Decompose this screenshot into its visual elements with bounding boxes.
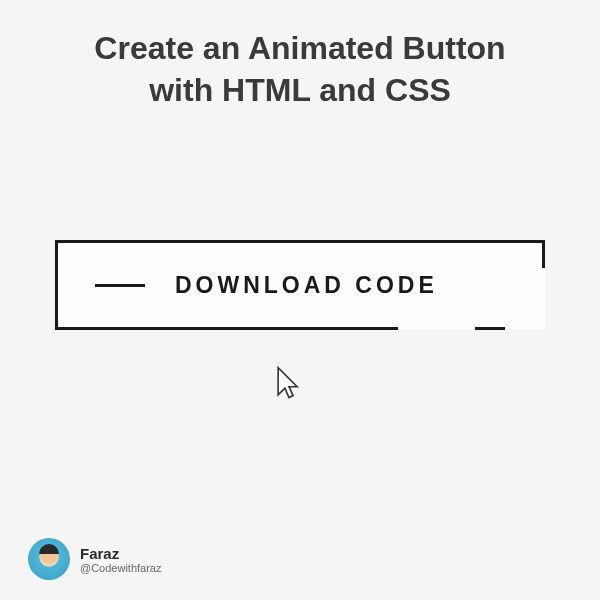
footer-text: Faraz @Codewithfaraz <box>80 545 161 574</box>
border-dash <box>475 327 505 330</box>
download-button[interactable]: DOWNLOAD CODE <box>55 240 545 330</box>
button-label: DOWNLOAD CODE <box>175 272 438 299</box>
border-left <box>55 240 58 330</box>
dash-icon <box>95 284 145 287</box>
author-handle: @Codewithfaraz <box>80 562 161 574</box>
title-line-1: Create an Animated Button <box>0 28 600 70</box>
author-name: Faraz <box>80 545 161 562</box>
title-line-2: with HTML and CSS <box>0 70 600 112</box>
footer: Faraz @Codewithfaraz <box>28 538 161 580</box>
border-right-segment <box>542 240 545 268</box>
border-bottom <box>55 327 398 330</box>
page-title: Create an Animated Button with HTML and … <box>0 0 600 111</box>
avatar <box>28 538 70 580</box>
button-container: DOWNLOAD CODE <box>55 240 545 330</box>
border-top <box>55 240 545 243</box>
cursor-icon <box>275 365 303 407</box>
